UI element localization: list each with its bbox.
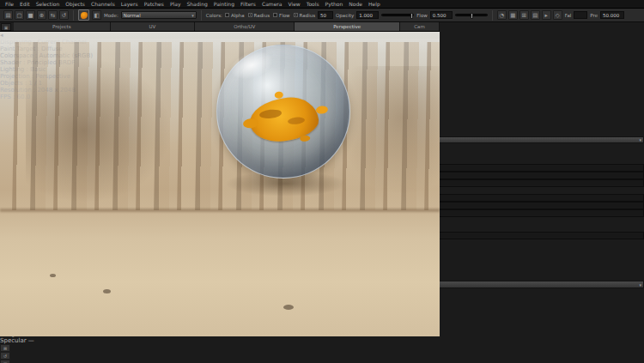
menu-item[interactable]: Patches [144,1,164,7]
pressure-field[interactable]: 50.000 [600,11,624,19]
paint-canvas-viewport[interactable]: ◂ Displaying : Current ChannelPaint Targ… [0,32,440,336]
canvas-strip-handle[interactable]: ◂ [0,32,440,39]
glass-sphere-model[interactable] [216,45,350,178]
toolbar-separator [73,10,74,21]
viewport-tab[interactable]: Cam [400,22,440,31]
slider-knob[interactable] [410,13,413,19]
channel-tool-icon[interactable]: ▦ [0,360,10,363]
projection-action-icon[interactable]: ▸ [542,10,551,20]
toolbar-separator [201,10,202,21]
file-action-icon[interactable]: ↺ [59,10,69,20]
channel-meta: — [28,337,34,344]
checkbox-label: Radius [254,13,270,18]
paint-tool-button[interactable] [78,9,89,21]
menu-item[interactable]: Layers [121,1,138,7]
opacity-label: Opacity [336,13,354,18]
checkbox-box [294,13,298,17]
projection-action-icon[interactable]: ⊞ [519,10,529,20]
mode-value: Normal [124,13,141,18]
main-toolbar: ▤▢■⊕⇆↺ ◧ Mode: Normal ▾ Colors: AlphaRad… [0,9,644,22]
channel-tool-icon[interactable]: ↺ [0,352,10,360]
checkbox-box [248,13,252,17]
menu-item[interactable]: Help [368,1,380,7]
projection-button-group: ◔▦⊞▤▸◇ [497,10,562,20]
menu-item[interactable]: Tools [307,1,319,7]
menu-item[interactable]: File [5,1,14,7]
chevron-down-icon: ▾ [639,282,641,287]
menu-item[interactable]: Edit [20,1,30,7]
pressure-label: Pre [590,13,598,18]
pebble [50,274,56,277]
viewport-tab[interactable]: UV [111,22,196,31]
projection-action-icon[interactable]: ▤ [531,10,540,20]
viewport-tab[interactable]: Perspective [295,22,400,31]
checkbox-label: Alpha [231,13,245,18]
opacity-field[interactable]: 1.000 [356,11,379,19]
toolbar-separator [492,10,493,21]
menu-item[interactable]: Painting [214,1,234,7]
radius-field[interactable]: 50 [318,11,333,19]
viewport-tab[interactable]: Projects [14,22,111,31]
cliff-shadow [335,66,440,195]
menu-item[interactable]: Objects [65,1,85,7]
viewport-menu-button[interactable]: ▣ [1,23,11,31]
mari-application-window: FileEditSelectionObjectsChannelsLayersPa… [0,0,644,363]
checkbox-box [225,13,229,17]
projection-action-icon[interactable]: ▦ [508,10,518,20]
file-action-icon[interactable]: ▢ [15,10,24,20]
paint-option-checkboxes: AlphaRadiusFlowRadius [225,13,315,18]
mode-dropdown[interactable]: Normal ▾ [121,11,197,19]
channel-tools-row: ⊞↺▦ [0,344,644,363]
menu-item[interactable]: View [289,1,301,7]
orange-paint-splat [240,88,331,154]
channel-name: Specular [0,337,27,344]
projection-action-icon[interactable]: ◇ [553,10,562,20]
chevron-down-icon: ▾ [639,137,641,142]
pebble [283,305,294,310]
option-checkbox[interactable]: Radius [248,13,270,18]
menu-item[interactable]: Python [325,1,343,7]
option-checkbox[interactable]: Flow [273,13,290,18]
menu-item[interactable]: Filters [240,1,256,7]
eraser-tool-button[interactable]: ◧ [92,10,101,20]
option-checkbox[interactable]: Radius [294,13,315,18]
menu-item[interactable]: Shading [186,1,207,7]
orange-paint-puddle [78,248,270,299]
flow-label: Flow [416,13,428,18]
sand-line [0,209,440,212]
viewport-tab-bar: ▣ ProjectsUVOrtho/UVPerspectiveCam [0,22,440,32]
projection-action-icon[interactable]: ◔ [497,10,507,20]
viewport-tab[interactable]: Ortho/UV [195,22,295,31]
falloff-field[interactable] [574,11,587,19]
checkbox-box [273,13,277,17]
paint-blob-icon [81,12,88,19]
file-action-icon[interactable]: ■ [26,10,35,20]
slider-knob[interactable] [471,13,473,19]
menu-item[interactable]: Play [170,1,181,7]
menu-item[interactable]: Selection [36,1,60,7]
mode-label: Mode: [104,13,118,18]
falloff-label: Fal [565,13,572,18]
file-action-icon[interactable]: ⊕ [37,10,46,20]
flow-slider[interactable] [455,14,488,16]
colors-label: Colors: [206,13,222,18]
menu-item[interactable]: Camera [262,1,283,7]
flow-field[interactable]: 0.500 [430,11,453,19]
menu-item[interactable]: Channels [91,1,115,7]
checkbox-label: Radius [300,13,315,18]
file-action-icon[interactable]: ▤ [3,10,13,20]
opacity-slider[interactable] [381,14,414,16]
checkbox-label: Flow [279,13,290,18]
channel-row[interactable]: Specular — [0,337,644,344]
file-button-group: ▤▢■⊕⇆↺ [3,10,69,20]
option-checkbox[interactable]: Alpha [225,13,245,18]
chevron-down-icon: ▾ [191,13,194,18]
cliff-shadow [26,57,172,203]
menu-item[interactable]: Node [349,1,362,7]
file-action-icon[interactable]: ⇆ [48,10,58,20]
menubar: FileEditSelectionObjectsChannelsLayersPa… [0,0,644,9]
channel-tool-icon[interactable]: ⊞ [0,344,10,352]
